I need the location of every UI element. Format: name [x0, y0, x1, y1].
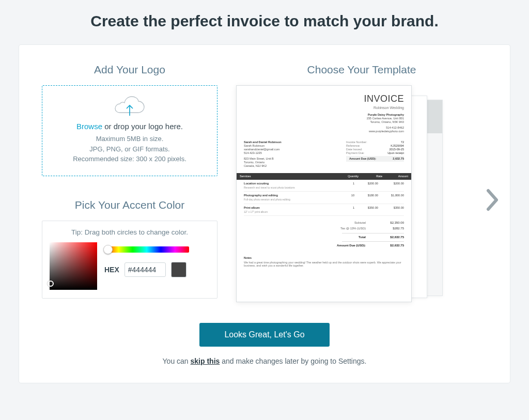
line-desc: Research and travel to scout photo locat…	[244, 186, 337, 189]
line-qty: 1	[337, 206, 354, 213]
line-rate: $180.00	[354, 194, 378, 201]
template-preview-current[interactable]: INVOICE Robinson Wedding Purple Daisy Ph…	[236, 85, 412, 302]
total-label: Total	[359, 236, 366, 240]
hex-label: HEX	[104, 266, 119, 274]
meta-due-label: Payment Due:	[346, 151, 364, 155]
meta-date-label: Date Issued:	[346, 148, 362, 151]
th-qty: Quantity	[341, 175, 359, 178]
meta-ref-label: Reference:	[346, 144, 360, 148]
tax-val: $282.75	[378, 227, 404, 231]
hex-input[interactable]	[125, 262, 166, 277]
th-rate: Rate	[359, 175, 382, 178]
bill-phone: 514-423-1235	[244, 151, 282, 155]
branding-card: Add Your Logo Browse or drop your logo h…	[19, 44, 510, 383]
hue-handle-icon[interactable]	[103, 245, 113, 254]
due-val: $2,632.75	[378, 244, 404, 248]
subtotal-val: $2,350.00	[378, 221, 404, 225]
meta-amountdue-label: Amount Due (USD):	[349, 157, 376, 161]
th-service: Services	[240, 175, 341, 178]
meta-number-label: Invoice Number:	[346, 141, 367, 144]
table-row: Location scoutingResearch and travel to …	[244, 180, 404, 192]
invoice-subtitle: Robinson Wedding	[244, 106, 404, 111]
meta-date: 2015-09-25	[385, 148, 404, 151]
company-addr1: 235 Carlaw Avenue, Unit 801	[244, 117, 404, 120]
logo-heading: Add Your Logo	[42, 64, 217, 76]
next-template-button[interactable]	[485, 189, 501, 213]
line-rate: $200.00	[354, 182, 378, 189]
meta-ref: KJS29094	[385, 144, 404, 148]
line-amount: $1,800.00	[378, 194, 404, 201]
bill-addr1: 823 Main Street, Unit B	[244, 157, 282, 161]
line-desc: 12" x 17" print album	[244, 210, 337, 213]
template-heading: Choose Your Template	[236, 64, 487, 76]
company-phone: 514-412-8462	[244, 126, 404, 130]
tax-label: Tax @ 13% (USD)	[340, 227, 366, 231]
bill-name: Sarah and Daniel Robinson	[244, 141, 282, 144]
notes-heading: Notes	[244, 256, 404, 260]
company-addr2: Toronto, Ontario, N5K 9K0	[244, 120, 404, 124]
company-site: www.purpledaisyphoto.com	[244, 130, 404, 133]
skip-pre: You can	[163, 357, 191, 365]
meta-due: Upon receipt	[385, 151, 404, 155]
line-qty: 10	[337, 194, 354, 201]
meta-number: 72	[385, 141, 404, 144]
color-heading: Pick Your Accent Color	[42, 199, 217, 211]
meta-amountdue: 2,632.75	[393, 157, 404, 161]
company-name: Purple Daisy Photography	[244, 113, 404, 117]
upload-hint-1: Maximum 5MB in size.	[48, 134, 212, 144]
line-qty: 1	[337, 182, 354, 189]
cloud-upload-icon	[48, 96, 212, 118]
bill-email: sarahanddaniel@gmail.com	[244, 148, 282, 151]
line-rate: $350.00	[354, 206, 378, 213]
table-row: Photography and editingFull-day photo se…	[244, 192, 404, 204]
upload-hint-2: JPG, PNG, or GIF formats.	[48, 144, 212, 154]
template-stage: INVOICE Robinson Wedding Purple Daisy Ph…	[236, 85, 487, 307]
notes-body: We had a great time photographing your w…	[244, 261, 404, 268]
bill-addr2: Toronto, Ontario	[244, 161, 282, 164]
upload-hint-3: Recommended size: 300 x 200 pixels.	[48, 154, 212, 164]
page-title: Create the perfect invoice to match your…	[19, 12, 510, 30]
looks-great-button[interactable]: Looks Great, Let's Go	[199, 323, 329, 347]
logo-drop-text: Browse or drop your logo here.	[48, 122, 212, 131]
skip-link[interactable]: skip this	[191, 357, 220, 365]
skip-line: You can skip this and make changes later…	[42, 357, 487, 365]
table-row: Print album12" x 17" print album 1 $350.…	[244, 204, 404, 216]
saturation-handle-icon[interactable]	[48, 281, 54, 287]
th-amount: Amount	[382, 175, 408, 178]
logo-dropzone[interactable]: Browse or drop your logo here. Maximum 5…	[42, 85, 217, 176]
drop-suffix: or drop your logo here.	[102, 122, 183, 131]
line-amount: $350.00	[378, 206, 404, 213]
due-label: Amount Due (USD):	[337, 244, 366, 248]
bill-contact: Sarah Robinson	[244, 144, 282, 148]
line-title: Print album	[244, 206, 337, 210]
color-swatch	[171, 262, 186, 277]
line-title: Photography and editing	[244, 194, 337, 197]
color-picker-card: Tip: Drag both circles to change color.	[42, 221, 217, 299]
subtotal-label: Subtotal	[354, 221, 366, 225]
line-amount: $200.00	[378, 182, 404, 189]
color-tip: Tip: Drag both circles to change color.	[50, 228, 210, 236]
bill-addr3: Canada, N2J 9K2	[244, 164, 282, 168]
skip-post: and make changes later by going to Setti…	[220, 357, 366, 365]
browse-link[interactable]: Browse	[76, 122, 102, 131]
line-desc: Full-day photo session and photo editing	[244, 198, 337, 201]
invoice-title: INVOICE	[244, 93, 404, 105]
chevron-right-icon	[485, 189, 501, 211]
hue-slider[interactable]	[104, 246, 189, 253]
total-val: $2,632.75	[378, 236, 404, 240]
saturation-panel[interactable]	[50, 242, 97, 290]
line-title: Location scouting	[244, 182, 337, 185]
